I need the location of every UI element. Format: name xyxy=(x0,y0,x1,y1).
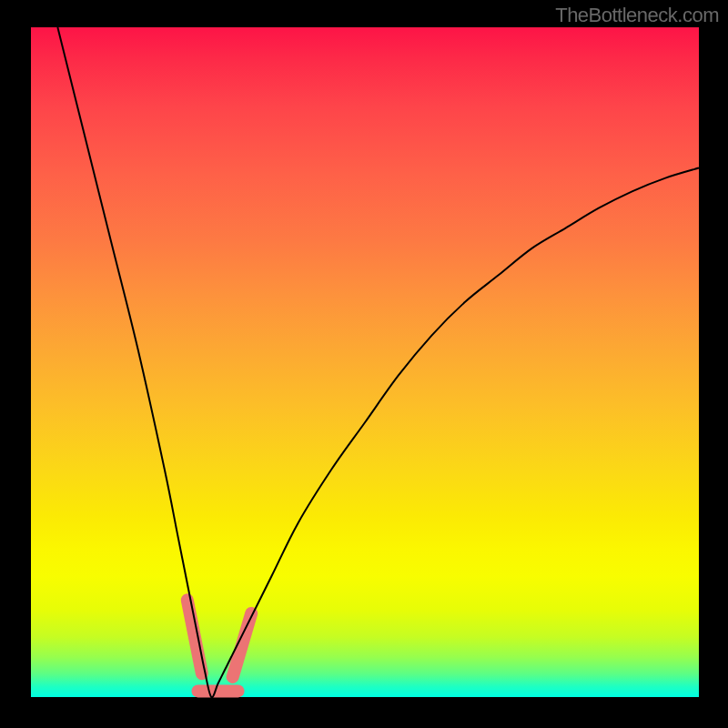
chart-frame: TheBottleneck.com xyxy=(0,0,728,728)
curve-layer xyxy=(31,27,699,697)
highlight-left-segment xyxy=(187,600,202,673)
watermark-text: TheBottleneck.com xyxy=(555,4,719,27)
plot-area xyxy=(31,27,699,697)
bottleneck-curve xyxy=(57,27,699,697)
